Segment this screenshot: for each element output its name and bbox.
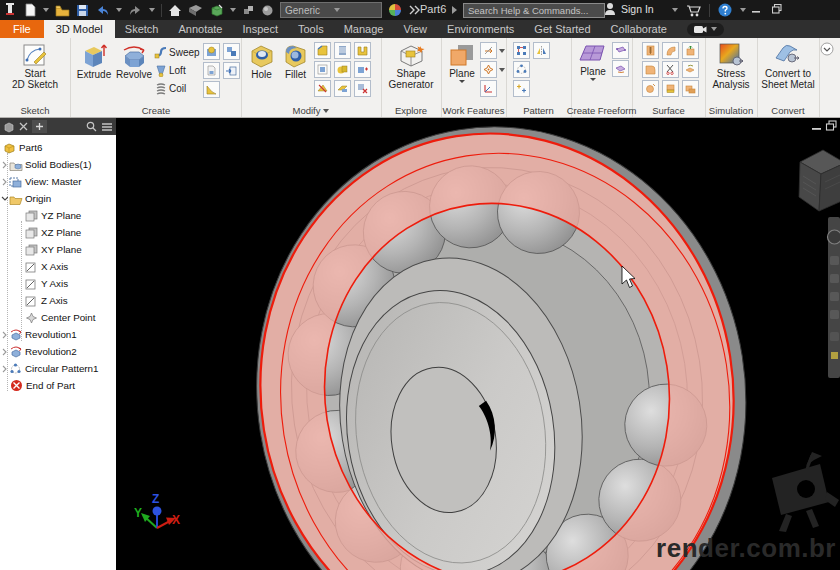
tree-item-yz-plane[interactable]: YZ Plane — [0, 207, 116, 224]
material-select[interactable]: Generic — [280, 2, 382, 18]
tree-item-part6[interactable]: Part6 — [0, 139, 116, 156]
save-button[interactable] — [76, 4, 89, 17]
fillet-button[interactable]: Fillet — [278, 38, 313, 98]
thicken-button[interactable] — [354, 61, 371, 78]
work-axis-caret-icon[interactable] — [499, 49, 505, 53]
tree-item-origin[interactable]: Origin — [0, 190, 116, 207]
draft-button[interactable] — [314, 61, 331, 78]
appearance-sphere-icon[interactable] — [261, 4, 274, 17]
new-file-button[interactable] — [24, 3, 37, 17]
model-canvas[interactable]: Y Z X — [116, 118, 840, 570]
redo-button[interactable] — [128, 4, 143, 17]
signin-dropdown-caret-icon[interactable] — [672, 8, 678, 12]
tree-item-x-axis[interactable]: X Axis — [0, 258, 116, 275]
sketch-driven-pattern-button[interactable] — [513, 80, 530, 97]
ucs-button[interactable] — [480, 80, 497, 97]
rib-button[interactable] — [203, 81, 220, 98]
emboss-button[interactable] — [203, 43, 220, 60]
help-button[interactable] — [718, 3, 732, 17]
tab-tools[interactable]: Tools — [288, 20, 334, 38]
trim-surface-button[interactable] — [662, 61, 679, 78]
model-tab-icon[interactable] — [3, 121, 15, 133]
measure-cubes-icon[interactable] — [242, 4, 255, 16]
close-browser-tab-icon[interactable] — [19, 122, 28, 131]
loft-button[interactable]: Loft — [154, 61, 202, 79]
shell-button[interactable] — [354, 42, 371, 59]
document-switch-caret-icon[interactable] — [452, 6, 457, 14]
tab-view[interactable]: View — [393, 20, 437, 38]
tree-item-view-master[interactable]: View: Master — [0, 173, 116, 190]
circular-pattern-button[interactable] — [513, 61, 530, 78]
render-view-button[interactable] — [188, 4, 203, 17]
tab-collaborate[interactable]: Collaborate — [601, 20, 677, 38]
stitch-button[interactable] — [642, 42, 659, 59]
modify-expand-caret-icon[interactable] — [323, 109, 329, 113]
work-point-caret-icon[interactable] — [499, 68, 505, 72]
patch-button[interactable] — [642, 61, 659, 78]
toolbar-overflow-icon[interactable] — [408, 5, 420, 15]
import-button[interactable] — [223, 62, 240, 79]
add-browser-tab-button[interactable] — [32, 120, 47, 133]
ruled-surface-button[interactable] — [662, 42, 679, 59]
boundary-patch-button[interactable] — [642, 80, 659, 97]
tree-item-xz-plane[interactable]: XZ Plane — [0, 224, 116, 241]
merge-surface-button[interactable] — [682, 80, 699, 97]
freeform-face-button[interactable] — [612, 60, 629, 77]
derive-button[interactable] — [223, 43, 240, 60]
undo-button[interactable] — [95, 4, 110, 17]
minimize-window-button[interactable] — [752, 5, 761, 14]
freeform-box-button[interactable] — [612, 42, 629, 59]
home-view-button[interactable] — [168, 4, 182, 17]
rectangular-pattern-button[interactable] — [513, 42, 530, 59]
tab-sketch[interactable]: Sketch — [115, 20, 169, 38]
decal-button[interactable] — [203, 62, 220, 79]
help-dropdown-caret-icon[interactable] — [740, 8, 746, 12]
tab-file[interactable]: File — [0, 20, 44, 38]
split-button[interactable] — [314, 80, 331, 97]
tree-item-revolution2[interactable]: Revolution2 — [0, 343, 116, 360]
sweep-button[interactable]: Sweep — [154, 43, 202, 61]
chamfer-button[interactable] — [314, 42, 331, 59]
thread-button[interactable] — [334, 42, 351, 59]
tree-item-xy-plane[interactable]: XY Plane — [0, 241, 116, 258]
help-search-input[interactable] — [463, 3, 605, 18]
navigation-bar[interactable] — [828, 217, 840, 378]
tab-environments[interactable]: Environments — [437, 20, 524, 38]
tab-get-started[interactable]: Get Started — [524, 20, 600, 38]
work-plane-button[interactable]: Plane — [445, 38, 479, 98]
tree-item-end-of-part[interactable]: End of Part — [0, 377, 116, 394]
browser-menu-icon[interactable] — [101, 122, 113, 132]
move-face-button[interactable] — [354, 80, 371, 97]
revolve-button[interactable]: Revolve — [114, 38, 154, 99]
color-wheel-button[interactable] — [388, 3, 402, 17]
tab-inspect[interactable]: Inspect — [233, 20, 288, 38]
coil-button[interactable]: Coil — [154, 79, 202, 97]
start-2d-sketch-button[interactable]: Start 2D Sketch — [0, 38, 70, 90]
tree-item-z-axis[interactable]: Z Axis — [0, 292, 116, 309]
inventor-logo-icon[interactable] — [3, 2, 18, 18]
undo-dropdown-caret-icon[interactable] — [116, 8, 122, 12]
extrude-button[interactable]: Extrude — [74, 38, 114, 99]
shape-generator-button[interactable]: Shape Generator — [385, 38, 437, 90]
combine-button[interactable] — [334, 61, 351, 78]
replace-face-button[interactable] — [682, 61, 699, 78]
extend-surface-button[interactable] — [682, 42, 699, 59]
tab-annotate[interactable]: Annotate — [168, 20, 232, 38]
material-box-button[interactable] — [209, 3, 224, 17]
sculpt-button[interactable] — [662, 80, 679, 97]
work-axis-button[interactable] — [480, 42, 497, 59]
tree-item-center-point[interactable]: Center Point — [0, 309, 116, 326]
tree-item-revolution1[interactable]: Revolution1 — [0, 326, 116, 343]
delete-face-button[interactable] — [334, 80, 351, 97]
tab-3d-model[interactable]: 3D Model — [44, 20, 115, 38]
tree-item-circular-pattern1[interactable]: Circular Pattern1 — [0, 360, 116, 377]
tree-item-solid-bodies[interactable]: Solid Bodies(1) — [0, 156, 116, 173]
restore-window-button[interactable] — [772, 4, 782, 14]
material-dropdown-caret-icon[interactable] — [230, 8, 236, 12]
work-point-button[interactable] — [480, 61, 497, 78]
tree-item-y-axis[interactable]: Y Axis — [0, 275, 116, 292]
new-file-dropdown-caret-icon[interactable] — [43, 8, 49, 12]
hole-button[interactable]: Hole — [245, 38, 278, 98]
app-store-cart-button[interactable] — [686, 4, 701, 17]
open-button[interactable] — [55, 4, 70, 17]
